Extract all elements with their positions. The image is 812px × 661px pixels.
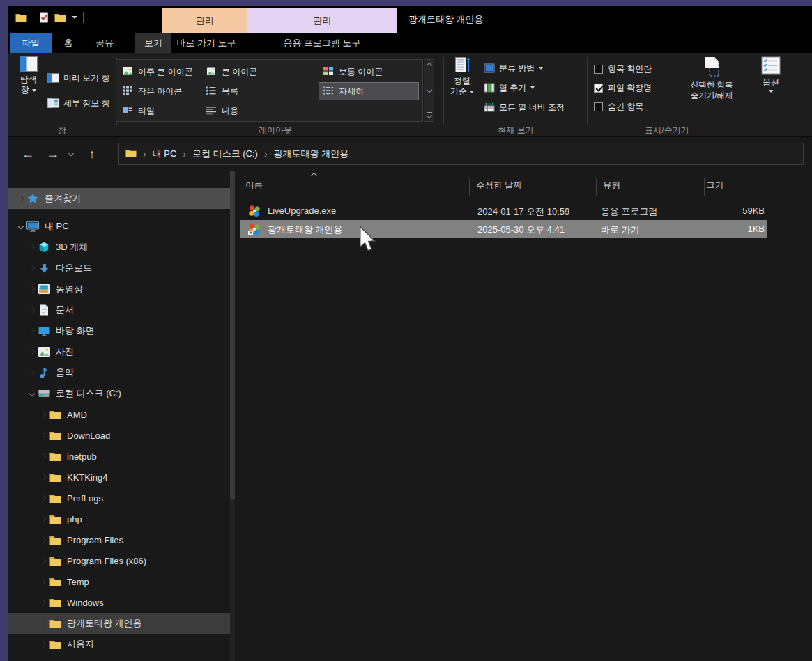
details-pane-button[interactable]: 세부 정보 창 bbox=[47, 95, 110, 111]
recent-locations-icon[interactable] bbox=[66, 137, 77, 171]
sidebar-item-KKTKing4[interactable]: KKTKing4 bbox=[8, 467, 230, 488]
sidebar-item-inetpub[interactable]: inetpub bbox=[8, 446, 230, 467]
chevron-right-icon[interactable] bbox=[38, 600, 49, 605]
unchecked-checkbox-icon[interactable] bbox=[594, 65, 603, 74]
sidebar-item-다운로드[interactable]: 다운로드 bbox=[8, 258, 230, 279]
sidebar-item-3D 개체[interactable]: 3D 개체 bbox=[8, 237, 230, 258]
column-header-size[interactable]: 크기 bbox=[706, 180, 723, 192]
sidebar-item-내 PC[interactable]: 내 PC bbox=[8, 216, 230, 237]
properties-check-icon[interactable] bbox=[39, 12, 49, 23]
sidebar-item-DownLoad[interactable]: DownLoad bbox=[8, 425, 230, 446]
column-separator[interactable] bbox=[469, 178, 470, 196]
chevron-right-icon[interactable] bbox=[38, 580, 49, 584]
up-button[interactable]: ↑ bbox=[82, 137, 102, 171]
column-separator[interactable] bbox=[596, 178, 597, 196]
folder-icon[interactable] bbox=[54, 13, 66, 23]
folder-icon[interactable] bbox=[15, 13, 27, 23]
chevron-right-icon[interactable] bbox=[15, 196, 26, 201]
chevron-down-icon[interactable] bbox=[15, 224, 26, 228]
layout-option-item[interactable]: 큰 아이콘 bbox=[201, 63, 316, 81]
sidebar-item-Temp[interactable]: Temp bbox=[8, 571, 230, 592]
options-button[interactable]: 옵션 bbox=[751, 56, 790, 93]
sidebar-item-Program Files (x86)[interactable]: Program Files (x86) bbox=[8, 550, 230, 571]
chevron-right-icon[interactable] bbox=[38, 538, 49, 542]
sidebar-item-사용자[interactable]: 사용자 bbox=[8, 634, 230, 655]
sidebar-item-Windows[interactable]: Windows bbox=[8, 592, 230, 613]
hide-selected-button[interactable]: 선택한 항목 숨기기/해제 bbox=[680, 56, 744, 101]
chevron-right-icon[interactable] bbox=[26, 350, 38, 354]
chevron-right-icon[interactable] bbox=[38, 559, 49, 563]
sidebar-item-AMD[interactable]: AMD bbox=[8, 404, 230, 425]
unchecked-checkbox-icon[interactable] bbox=[594, 102, 603, 111]
forward-button[interactable]: → bbox=[43, 137, 63, 171]
tab-file[interactable]: 파일 bbox=[10, 33, 52, 53]
tab-share[interactable]: 공유 bbox=[85, 33, 124, 53]
chevron-right-icon[interactable] bbox=[38, 412, 49, 417]
chevron-right-icon[interactable] bbox=[26, 308, 38, 312]
chevron-right-icon[interactable] bbox=[38, 642, 49, 646]
file-row[interactable]: LiveUpgrade.exe2024-01-17 오전 10:59응용 프로그… bbox=[240, 202, 767, 220]
tab-home[interactable]: 홈 bbox=[52, 33, 85, 53]
sidebar-item-광개토태왕 개인용[interactable]: 광개토태왕 개인용 bbox=[8, 613, 230, 634]
contextual-tab-shortcut-tools[interactable]: 관리 bbox=[162, 8, 247, 33]
gallery-more-icon[interactable] bbox=[427, 112, 432, 118]
sidebar-item-PerfLogs[interactable]: PerfLogs bbox=[8, 488, 230, 508]
sidebar-item-php[interactable]: php bbox=[8, 508, 230, 529]
breadcrumb-item[interactable]: 내 PC bbox=[153, 148, 177, 160]
sidebar-item-음악[interactable]: 음악 bbox=[8, 362, 230, 383]
gallery-scroll-down-icon[interactable] bbox=[426, 87, 431, 93]
layout-option-item[interactable]: 내용 bbox=[201, 102, 316, 120]
sidebar-item-문서[interactable]: 문서 bbox=[8, 300, 230, 320]
column-separator[interactable] bbox=[802, 178, 802, 196]
gallery-scroll-up-icon[interactable] bbox=[426, 63, 431, 68]
chevron-right-icon[interactable] bbox=[38, 621, 49, 625]
breadcrumb-item[interactable]: 로컬 디스크 (C:) bbox=[192, 148, 258, 160]
column-header-name[interactable]: 이름 bbox=[245, 180, 263, 192]
sidebar-item-partial[interactable] bbox=[8, 655, 230, 661]
sidebar-item-로컬 디스크 (C:)[interactable]: 로컬 디스크 (C:) bbox=[8, 383, 230, 404]
back-button[interactable]: ← bbox=[18, 137, 38, 171]
chevron-right-icon[interactable] bbox=[26, 329, 38, 333]
preview-pane-button[interactable]: 미리 보기 창 bbox=[47, 70, 110, 86]
navigation-pane-button[interactable]: 탐색 창 bbox=[13, 56, 45, 95]
chevron-right-icon[interactable] bbox=[26, 371, 38, 375]
file-row[interactable]: 광개토태왕 개인용2025-05-30 오후 4:41바로 가기1KB bbox=[240, 220, 767, 238]
layout-option-item[interactable]: 작은 아이콘 bbox=[118, 82, 199, 100]
add-columns-button[interactable]: 열 추가 bbox=[484, 79, 535, 96]
tab-shortcut-tools[interactable]: 바로 가기 도구 bbox=[164, 33, 248, 53]
chevron-down-icon[interactable] bbox=[26, 391, 38, 396]
sidebar-item-즐겨찾기[interactable]: 즐겨찾기 bbox=[8, 188, 230, 209]
checked-checkbox-icon[interactable] bbox=[594, 84, 603, 93]
sidebar-item-Program Files[interactable]: Program Files bbox=[8, 529, 230, 550]
layout-option-item[interactable]: 타일 bbox=[118, 102, 199, 120]
chevron-right-icon[interactable] bbox=[26, 245, 38, 249]
checkbox-row[interactable]: 항목 확인란 bbox=[594, 61, 652, 77]
group-by-button[interactable]: 분류 방법 bbox=[484, 60, 543, 77]
scrollbar-thumb[interactable] bbox=[230, 171, 235, 499]
column-separator[interactable] bbox=[704, 178, 705, 196]
layout-option-selected[interactable]: 자세히 bbox=[319, 82, 419, 100]
layout-option-item[interactable]: 보통 아이콘 bbox=[319, 63, 419, 81]
chevron-right-icon[interactable] bbox=[38, 517, 49, 521]
sort-by-button[interactable]: 정렬 기준 bbox=[445, 56, 480, 97]
breadcrumb-item[interactable]: 광개토태왕 개인용 bbox=[274, 148, 349, 160]
sidebar-item-바탕 화면[interactable]: 바탕 화면 bbox=[8, 320, 230, 341]
chevron-right-icon[interactable] bbox=[38, 496, 49, 500]
column-header-type[interactable]: 유형 bbox=[603, 180, 620, 192]
layout-option-item[interactable]: 아주 큰 아이콘 bbox=[118, 63, 199, 81]
chevron-right-icon[interactable] bbox=[38, 475, 49, 479]
sidebar-item-동영상[interactable]: 동영상 bbox=[8, 279, 230, 300]
address-breadcrumb-bar[interactable]: ›내 PC›로컬 디스크 (C:)›광개토태왕 개인용 bbox=[118, 143, 804, 165]
chevron-right-icon[interactable] bbox=[26, 266, 38, 270]
checkbox-row[interactable]: 숨긴 항목 bbox=[594, 99, 643, 114]
tab-application-tools[interactable]: 응용 프로그램 도구 bbox=[248, 33, 396, 53]
qat-dropdown-icon[interactable] bbox=[72, 16, 77, 19]
checkbox-row[interactable]: 파일 확장명 bbox=[594, 80, 652, 95]
layout-option-item[interactable]: 목록 bbox=[201, 82, 316, 100]
sidebar-scrollbar[interactable] bbox=[230, 171, 235, 661]
column-header-date[interactable]: 수정한 날짜 bbox=[476, 180, 522, 192]
sidebar-item-사진[interactable]: 사진 bbox=[8, 341, 230, 362]
chevron-right-icon[interactable] bbox=[26, 287, 38, 291]
contextual-tab-app-tools[interactable]: 관리 bbox=[247, 8, 397, 33]
chevron-right-icon[interactable] bbox=[38, 454, 49, 458]
